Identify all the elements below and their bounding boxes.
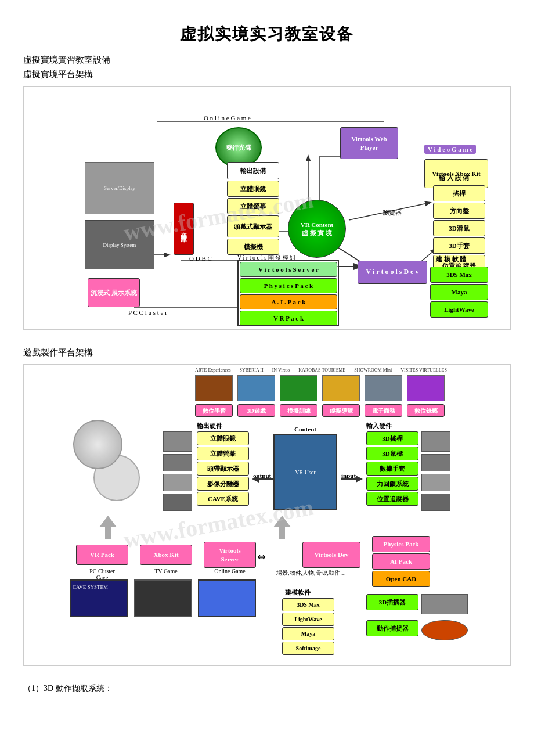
- category-labels: 數位學習 3D遊戲 模擬訓練 虛擬導覽 電子商務 數位錄藝: [195, 404, 445, 417]
- d2-xbox-kit: Xbox Kit: [140, 545, 192, 565]
- tv-game-label: TV Game: [140, 568, 192, 574]
- physics-pack: P h y s i c s P a c k: [240, 278, 337, 293]
- d2-mouse3d: 3D鼠標: [366, 447, 418, 460]
- online-game-label-d2: Online Game: [204, 568, 256, 574]
- product-thumbnails: [195, 375, 445, 401]
- d2-force-feedback: 力回饋系統: [366, 477, 418, 491]
- diagram2: www.formatex.com ARTE Experiences SYBERI…: [23, 364, 511, 666]
- d2-stereo-screen: 立體螢幕: [197, 447, 249, 460]
- d2-physics-pack: Physics Pack: [372, 536, 430, 552]
- 3ds-max: 3DS Max: [430, 267, 488, 283]
- output-hw-label: 輸出硬件: [197, 422, 222, 430]
- scene-desc: 場景,物件,人物,骨架,動作…: [265, 569, 358, 577]
- thumb6: [407, 375, 445, 401]
- content-label: Content: [279, 426, 331, 434]
- svg-marker-15: [273, 516, 291, 539]
- thumb5: [365, 375, 402, 401]
- sim-machine: 模擬機: [227, 239, 279, 255]
- virtools-web-box: Virtools Web Player: [340, 127, 398, 159]
- d2-motion-capture: 動作捕捉器: [366, 620, 418, 636]
- footer-text: （1）3D 動作擷取系統：: [23, 683, 511, 694]
- thumb2: [237, 375, 275, 401]
- vr-pack: V R P a c k: [240, 311, 337, 326]
- d2-3d-plugin: 3D插插器: [366, 594, 418, 610]
- virtools-dev-box: V i r t o o l s D e v: [358, 261, 427, 284]
- d2-vr-pack: VR Pack: [76, 545, 128, 565]
- top-product-row: ARTE Experiences SYBERIA II IN Virtuo KA…: [195, 368, 447, 373]
- maya: Maya: [430, 284, 488, 300]
- build-software-label: 建 模 軟 體: [436, 255, 466, 264]
- input-hw-label: 輸入硬件: [366, 422, 392, 430]
- d2-separator: 影像分離器: [197, 477, 249, 491]
- odbc-label: O D B C: [189, 255, 212, 262]
- virtools-server: V i r t o o l s S e r v e r: [240, 262, 337, 277]
- section-title-1: 虛擬實境平台架構: [23, 69, 511, 80]
- thumb1: [195, 375, 233, 401]
- d2-joystick3d: 3D搖桿: [366, 431, 418, 445]
- vr-content-box: VR Content虛 擬 實 境: [288, 200, 346, 258]
- d2-ai-pack: AI Pack: [372, 553, 430, 570]
- pc-cluster-label-d2: PC ClusterCave: [76, 568, 128, 581]
- joystick: 搖桿: [433, 185, 485, 201]
- thumb4: [322, 375, 360, 401]
- d2-3ds-max: 3DS Max: [282, 598, 334, 611]
- online-game-label: O n l i n e G a m e: [204, 114, 251, 121]
- online-image: [198, 579, 256, 617]
- d2-virtools-server: VirtoolsServer: [204, 542, 256, 568]
- device-image-2: [421, 620, 468, 640]
- model-sw-label: 建模軟件: [285, 588, 311, 597]
- stereo-screen: 立體螢幕: [227, 198, 279, 214]
- svg-marker-14: [99, 516, 117, 539]
- lightwave: LightWave: [430, 301, 488, 318]
- thumb3: [280, 375, 317, 401]
- d2-data-glove: 數據手套: [366, 462, 418, 476]
- steering: 方向盤: [433, 203, 485, 219]
- mouse3d: 3D滑鼠: [433, 220, 485, 236]
- diagram1: www.formatex.com O n l i n e G a m e: [23, 86, 511, 330]
- cave-image: CAVE SYSTEM: [70, 579, 128, 617]
- double-arrow: ⇔: [257, 550, 266, 563]
- section-title-2: 遊戲製作平台架構: [23, 347, 511, 358]
- immersive-box: 沉浸式 展示系統: [88, 278, 140, 307]
- up-arrow-1: [99, 516, 117, 539]
- d2-tracker: 位置追蹤器: [366, 492, 418, 506]
- d2-open-cad: Open CAD: [372, 571, 430, 587]
- glove3d: 3D手套: [433, 237, 485, 254]
- up-arrow-2: [273, 516, 291, 539]
- d2-lightwave: LightWave: [282, 613, 334, 626]
- d2-cave: CAVE系統: [197, 492, 249, 506]
- page-title: 虚拟实境实习教室设备: [23, 23, 511, 45]
- globe-image: [73, 420, 122, 469]
- content-image: VR User: [273, 434, 337, 510]
- input-hw-images: [421, 431, 450, 511]
- output-arrow: [250, 475, 276, 484]
- output-hw-images: [163, 431, 192, 511]
- video-game-label: V i d e o G a m e: [424, 145, 476, 154]
- d2-virtools-dev: Virtools Dev: [302, 542, 360, 568]
- d2-maya: Maya: [282, 627, 334, 640]
- ai-pack: A . I . P a c k: [240, 294, 337, 309]
- pc-cluster-label: P C C l u s t e r: [128, 309, 167, 316]
- xbox-image: [134, 579, 192, 617]
- input-arrow: [338, 475, 365, 484]
- stereo-glasses: 立體眼鏡: [227, 181, 279, 197]
- d2-hmd: 頭帶顯示器: [197, 462, 249, 476]
- subtitle1: 虛擬實境實習教室設備: [23, 55, 511, 66]
- browser-label: 瀏覽器: [383, 208, 402, 217]
- output-label: 輸出設備: [227, 162, 279, 179]
- d2-stereo-glasses: 立體眼鏡: [197, 431, 249, 445]
- files-box: 資 料 庫: [174, 203, 194, 255]
- server-image: Server/Display: [85, 162, 154, 214]
- display-image: Display System: [85, 220, 154, 269]
- input-devices-label: 輸 入 設 備: [439, 174, 469, 182]
- device-image-1: [421, 594, 468, 614]
- d2-softimage: Softimage: [282, 642, 334, 655]
- hmd: 頭戴式顯示器: [227, 215, 279, 237]
